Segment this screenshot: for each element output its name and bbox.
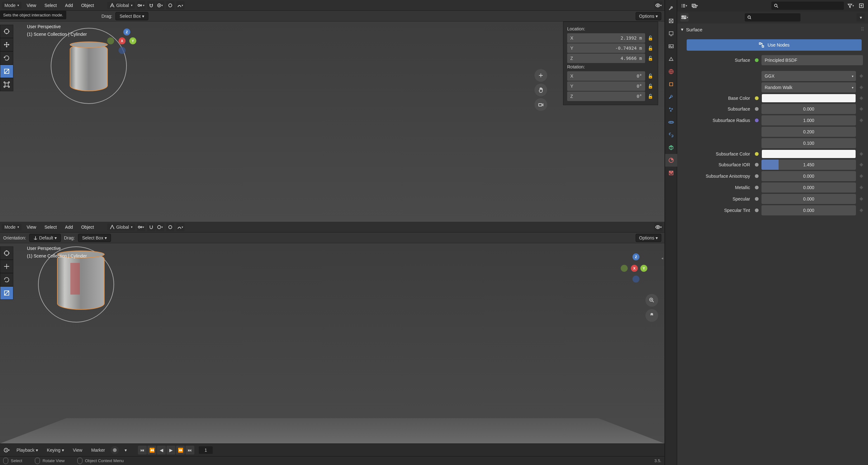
tab-modifier[interactable]: [665, 91, 677, 103]
timeline-view-menu[interactable]: View: [70, 446, 86, 454]
tab-material[interactable]: [665, 154, 677, 167]
menu-add-2[interactable]: Add: [62, 223, 76, 231]
gizmo-x-2[interactable]: X: [631, 265, 638, 272]
nav-gizmo-2[interactable]: Z X Y: [626, 256, 646, 275]
tab-world[interactable]: [665, 65, 677, 78]
subsurface-color-socket[interactable]: [754, 152, 759, 156]
zoom-button[interactable]: [534, 69, 547, 82]
rotate-tool[interactable]: [0, 51, 13, 65]
ior-socket[interactable]: [754, 163, 759, 167]
gizmo-y[interactable]: Y: [129, 37, 136, 44]
pan-button-2[interactable]: [646, 309, 658, 322]
rotation-z-field[interactable]: Z0°: [567, 92, 645, 101]
viewport-1[interactable]: User Perspective (1) Scene Collection | …: [0, 22, 664, 222]
proportional-dropdown[interactable]: ▾: [176, 1, 185, 9]
jump-start-button[interactable]: ⏮: [138, 446, 147, 455]
snap-toggle[interactable]: [147, 1, 155, 9]
lock-icon[interactable]: 🔓: [648, 94, 654, 99]
play-reverse-button[interactable]: ◀: [157, 446, 166, 455]
subsurface-socket[interactable]: [754, 107, 759, 111]
tab-data[interactable]: [665, 141, 677, 154]
orientation-dropdown-2[interactable]: Global▾: [107, 224, 135, 231]
gizmo-neg-y-2[interactable]: [621, 265, 628, 272]
tab-object[interactable]: [665, 78, 677, 91]
radius-y-field[interactable]: 0.200: [762, 127, 856, 137]
keyframe-diamond[interactable]: [859, 152, 864, 156]
move-tool-2[interactable]: [0, 260, 13, 273]
visibility-dropdown-2[interactable]: ▾: [654, 223, 662, 231]
rotate-tool-2[interactable]: [0, 273, 13, 286]
proportional-toggle-2[interactable]: [166, 223, 174, 231]
orientation-dropdown[interactable]: Global▾: [107, 2, 135, 9]
outliner-mode-dropdown[interactable]: ▾: [690, 2, 699, 10]
surface-shader-dropdown[interactable]: Principled BSDF: [762, 55, 863, 65]
tab-physics[interactable]: [665, 116, 677, 129]
outliner-new-collection[interactable]: [857, 2, 865, 10]
pivot-dropdown-2[interactable]: ▾: [137, 223, 145, 231]
location-z-field[interactable]: Z4.9666 m: [567, 54, 645, 63]
gizmo-neg-z[interactable]: [119, 47, 126, 54]
drag-select-dropdown[interactable]: Select Box▾: [115, 12, 148, 20]
tab-tool[interactable]: [665, 2, 677, 14]
zoom-button-2[interactable]: [646, 294, 658, 307]
menu-select-2[interactable]: Select: [41, 223, 60, 231]
lock-icon[interactable]: 🔓: [648, 56, 654, 61]
specular-tint-socket[interactable]: [754, 208, 759, 212]
proportional-toggle[interactable]: [166, 1, 174, 9]
tab-render[interactable]: [665, 14, 677, 27]
keyframe-diamond[interactable]: [859, 74, 864, 78]
subsurface-aniso-field[interactable]: 0.000: [762, 171, 856, 181]
subsurface-radius-socket[interactable]: [754, 118, 759, 123]
tab-scene[interactable]: [665, 53, 677, 65]
radius-x-field[interactable]: 1.000: [762, 115, 856, 126]
marker-menu[interactable]: Marker: [88, 446, 108, 454]
tab-viewlayer[interactable]: [665, 40, 677, 53]
keying-menu[interactable]: Keying ▾: [44, 446, 67, 454]
drag-select-2[interactable]: Select Box▾: [78, 234, 111, 242]
sidebar-toggle[interactable]: ◂: [661, 256, 663, 260]
auto-key-toggle[interactable]: [111, 446, 119, 454]
keyframe-diamond[interactable]: [859, 96, 864, 100]
menu-object[interactable]: Object: [78, 2, 97, 9]
surface-section-header[interactable]: ▾ Surface ⠿: [677, 24, 868, 35]
nav-gizmo[interactable]: Z X Y: [117, 31, 136, 50]
viewport-2[interactable]: User Perspective (1) Scene Collection | …: [0, 243, 664, 443]
specular-field[interactable]: 0.000: [762, 194, 856, 204]
snap-toggle-2[interactable]: [147, 223, 155, 231]
move-tool[interactable]: [0, 38, 13, 51]
outliner-search[interactable]: [771, 2, 844, 10]
menu-add[interactable]: Add: [62, 2, 76, 9]
keyframe-diamond[interactable]: [859, 118, 864, 123]
options-dropdown-2[interactable]: Options▾: [636, 234, 661, 242]
specular-socket[interactable]: [754, 197, 759, 201]
keying-set-dropdown[interactable]: ▾: [121, 446, 130, 454]
distribution-dropdown[interactable]: GGX▾: [762, 71, 856, 81]
gizmo-y-2[interactable]: Y: [640, 265, 647, 272]
gizmo-neg-z-2[interactable]: [632, 275, 640, 283]
gizmo-neg-y[interactable]: [107, 37, 114, 44]
outliner-display-dropdown[interactable]: ▾: [680, 2, 688, 10]
camera-button[interactable]: [534, 98, 547, 111]
subsurface-color-swatch[interactable]: [762, 150, 856, 158]
tab-particles[interactable]: [665, 103, 677, 116]
mode-dropdown-2[interactable]: Mode▾: [2, 224, 22, 231]
keyframe-prev-button[interactable]: ⏪: [147, 446, 156, 455]
metallic-socket[interactable]: [754, 185, 759, 190]
base-color-swatch[interactable]: [762, 94, 856, 103]
scale-tool[interactable]: [0, 65, 13, 78]
keyframe-diamond[interactable]: [859, 185, 864, 190]
keyframe-diamond[interactable]: [859, 197, 864, 201]
radius-z-field[interactable]: 0.100: [762, 138, 856, 148]
timeline-editor-dropdown[interactable]: ▾: [3, 446, 11, 454]
orientation-select[interactable]: Default▾: [29, 234, 61, 242]
surface-socket[interactable]: [754, 58, 759, 62]
gizmo-z-2[interactable]: Z: [632, 254, 640, 260]
subsurface-ior-field[interactable]: 1.450: [762, 160, 856, 170]
keyframe-diamond[interactable]: [859, 163, 864, 167]
playback-menu[interactable]: Playback ▾: [13, 446, 41, 454]
subsurface-field[interactable]: 0.000: [762, 104, 856, 114]
lock-icon[interactable]: 🔓: [648, 84, 654, 89]
location-y-field[interactable]: Y-0.74924 m: [567, 43, 645, 53]
pan-button[interactable]: [534, 84, 547, 96]
properties-search[interactable]: [745, 13, 801, 22]
